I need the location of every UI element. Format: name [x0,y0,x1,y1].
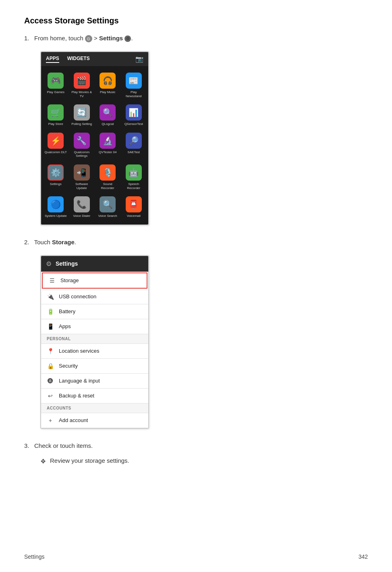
bullet-item: ❖ Review your storage settings. [40,457,368,465]
apps-tab-widgets: WIDGETS [67,56,90,63]
bullet-text: Review your storage settings. [50,457,129,464]
polling-icon: 🔄 [74,104,90,121]
app-qlogcat: 🔍 QLogcat [95,101,121,129]
screenshot-1-mockup: APPS WIDGETS 📷 🎮 Play Games 🎬 Play Movie… [40,51,149,225]
accounts-section-header: ACCOUNTS [41,404,148,413]
security-label: Security [59,363,78,369]
play-movies-icon: 🎬 [74,73,90,89]
play-games-icon: 🎮 [48,73,64,89]
polling-label: Polling Setting [71,122,92,126]
settings-app-label: Settings [50,182,62,186]
speech-recorder-label: Speech Recorder [122,182,145,190]
app-play-music: 🎧 Play Music [95,69,121,101]
qsensor-label: QSensorTest [124,122,143,126]
battery-label: Battery [59,308,75,314]
app-voice-search: 🔍 Voice Search [95,193,121,221]
step-2-bold: Storage [52,239,75,245]
settings-item-security: 🔒 Security [41,359,148,374]
voice-search-label: Voice Search [98,214,117,218]
app-qdlt: ⚡ Qualcomm DLT [43,129,69,161]
location-label: Location services [59,348,99,354]
app-voice-dialer: 📞 Voice Dialer [69,193,95,221]
sound-recorder-icon: 🎙️ [100,164,116,181]
qlogcat-label: QLogcat [102,122,114,126]
app-saetest: 🔎 SAETest [121,129,147,161]
footer-left: Settings [24,553,45,560]
step-1-number: 1. [24,35,29,42]
play-store-icon: 🛒 [48,104,64,121]
page-title: Access Storage Settings [24,16,368,25]
battery-icon: 🔋 [47,308,54,315]
app-qsensor: 📊 QSensorTest [121,101,147,129]
system-update-label: System Update [45,214,67,218]
app-speech-recorder: 🤖 Speech Recorder [121,161,147,193]
settings-item-backup: ↩ Backup & reset [41,389,148,404]
qdlt-label: Qualcomm DLT [45,150,67,154]
backup-label: Backup & reset [59,393,94,399]
play-games-label: Play Games [47,90,64,94]
step-2: 2. Touch Storage. [24,237,368,247]
software-update-icon: 📲 [74,164,90,181]
qsettings-icon: 🔧 [74,133,90,149]
sound-recorder-label: Sound Recorder [96,182,119,190]
add-account-label: Add account [59,417,88,423]
play-music-icon: 🎧 [100,73,116,89]
qsensor-icon: 📊 [126,104,142,121]
apps-header-camera-icon: 📷 [135,55,143,63]
backup-icon: ↩ [47,393,54,399]
voice-dialer-label: Voice Dialer [73,214,90,218]
location-icon: 📍 [47,348,54,354]
qsettings-label: Qualcomm Settings [71,150,93,158]
play-news-label: Play Newsstand [122,90,145,98]
personal-section-header: PERSONAL [41,334,148,344]
settings-item-language: 🅐 Language & input [41,374,148,389]
play-music-label: Play Music [100,90,116,94]
step-3: 3. Check or touch items. [24,441,368,451]
apps-tab-apps: APPS [46,56,59,63]
storage-label: Storage [60,277,79,283]
apps-grid: 🎮 Play Games 🎬 Play Movies & TV 🎧 Play M… [41,66,148,225]
app-system-update: 🔵 System Update [43,193,69,221]
settings-header-gear-icon: ⚙ [46,260,52,268]
app-qsettings: 🔧 Qualcomm Settings [69,129,95,161]
apps-label: Apps [59,323,71,329]
settings-item-apps: 📱 Apps [41,319,148,334]
usb-icon: 🔌 [47,293,54,300]
bullet-diamond-icon: ❖ [40,458,46,465]
settings-item-add-account: + Add account [41,413,148,428]
qvtester-icon: 🔬 [100,133,116,149]
qdlt-icon: ⚡ [48,133,64,149]
app-sound-recorder: 🎙️ Sound Recorder [95,161,121,193]
voice-dialer-icon: 📞 [74,196,90,212]
apps-tabs: APPS WIDGETS [46,56,90,63]
voice-search-icon: 🔍 [100,196,116,212]
saetest-label: SAETest [127,150,140,154]
settings-list: ☰ Storage 🔌 USB connection 🔋 Battery 📱 A… [41,272,148,428]
step-3-number: 3. [24,442,29,449]
settings-screen-header: ⚙ Settings [41,256,148,272]
app-play-movies: 🎬 Play Movies & TV [69,69,95,101]
usb-label: USB connection [59,293,96,300]
settings-app-icon: ⚙️ [48,164,64,181]
home-icon: ⊙ [85,35,92,42]
footer-right: 342 [359,553,368,560]
settings-item-storage: ☰ Storage [42,272,147,289]
apps-icon: 📱 [47,323,54,330]
page-footer: Settings 342 [24,553,368,560]
settings-gear-icon: ⚙ [124,35,131,42]
saetest-icon: 🔎 [126,133,142,149]
voicemail-icon: 📮 [126,196,142,212]
settings-item-usb: 🔌 USB connection [41,289,148,304]
screenshot-2-mockup: ⚙ Settings ☰ Storage 🔌 USB connection 🔋 … [40,255,149,429]
storage-icon: ☰ [48,277,56,284]
qvtester-label: QVTester 04 [99,150,116,154]
settings-header-title: Settings [56,260,78,267]
play-news-icon: 📰 [126,73,142,89]
app-polling: 🔄 Polling Setting [69,101,95,129]
app-play-games: 🎮 Play Games [43,69,69,101]
language-icon: 🅐 [47,378,54,384]
qlogcat-icon: 🔍 [100,104,116,121]
step-2-number: 2. [24,239,29,245]
app-play-store: 🛒 Play Store [43,101,69,129]
apps-header: APPS WIDGETS 📷 [41,52,148,66]
